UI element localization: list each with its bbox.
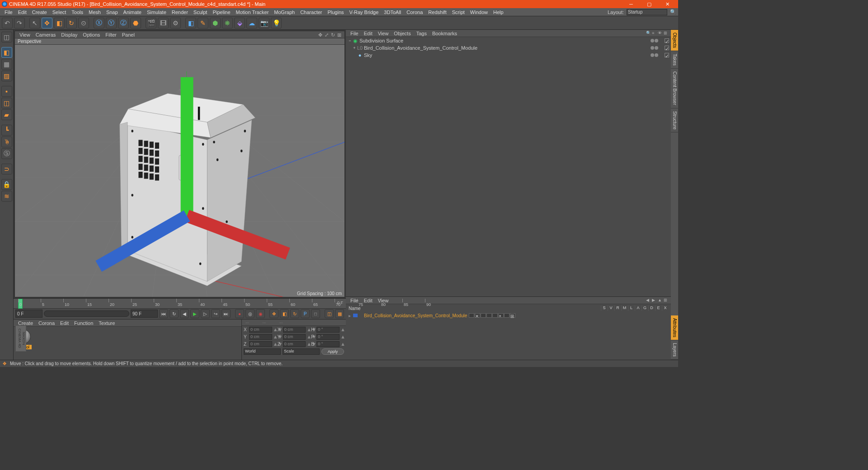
menu-mesh[interactable]: Mesh [86, 9, 104, 15]
attr-column-e[interactable]: E [655, 306, 661, 311]
key-scale-button[interactable]: ◧ [280, 309, 289, 318]
object-tree[interactable]: −◉Subdivision Surface✓+L0Bird_Collision_… [346, 37, 671, 296]
goto-start-button[interactable]: ⏮ [159, 309, 168, 318]
advance-button[interactable]: ↪ [211, 309, 220, 318]
coord-apply-button[interactable]: Apply [321, 348, 344, 355]
viewport-menu-view[interactable]: View [17, 32, 33, 38]
menu-edit[interactable]: Edit [15, 9, 29, 15]
material-menu-texture[interactable]: Texture [96, 320, 118, 326]
material-menu-function[interactable]: Function [71, 320, 96, 326]
menu-simulate[interactable]: Simulate [144, 9, 169, 15]
key-pla-button[interactable]: □ [311, 309, 320, 318]
rot-field[interactable]: 0 ° [316, 341, 340, 347]
render-region[interactable]: 🎞 [158, 18, 169, 28]
menu-redshift[interactable]: Redshift [425, 9, 449, 15]
menu-render[interactable]: Render [169, 9, 191, 15]
render-dot[interactable] [655, 46, 658, 50]
viewport-menu-display[interactable]: Display [58, 32, 80, 38]
render-dot[interactable] [655, 53, 658, 57]
attr-toggle-5[interactable] [492, 313, 498, 318]
obj-menu-tags[interactable]: Tags [414, 31, 429, 36]
om-filter-icon[interactable]: ≡ [652, 31, 657, 36]
attr-column-d[interactable]: D [648, 306, 655, 311]
attr-back-icon[interactable]: ◀ [646, 298, 651, 303]
tab-structure[interactable]: Structure [671, 108, 678, 133]
attr-column-m[interactable]: M [621, 306, 627, 311]
attr-column-r[interactable]: R [614, 306, 621, 311]
light-tool[interactable]: 💡 [271, 18, 282, 28]
menu-tools[interactable]: Tools [69, 9, 86, 15]
model-mode[interactable]: ◧ [1, 47, 12, 58]
move-tool[interactable]: ✥ [42, 18, 52, 28]
rotate-tool[interactable]: ↻ [66, 18, 77, 28]
visibility-dot[interactable] [651, 39, 654, 42]
visibility-dot[interactable] [651, 53, 654, 57]
point-mode[interactable]: ▪ [1, 86, 12, 97]
attr-up-icon[interactable]: ▲ [658, 298, 663, 303]
menu-plugins[interactable]: Plugins [325, 9, 346, 15]
frame-start-field[interactable] [15, 310, 42, 318]
attr-object-link[interactable]: Bird_Collision_Avoidance_System_Control_… [358, 313, 467, 318]
attr-toggle-4[interactable] [486, 313, 492, 318]
viewport-menu-cameras[interactable]: Cameras [33, 32, 59, 38]
close-button[interactable]: ✕ [658, 0, 676, 8]
cube-primitive[interactable]: ◧ [185, 18, 196, 28]
menu-sculpt[interactable]: Sculpt [191, 9, 210, 15]
select-tool[interactable]: ↖ [29, 18, 40, 28]
last-tool[interactable]: ⊙ [78, 18, 89, 28]
timeline-ruler[interactable]: 051015202530354045505560657075808590 0 F [14, 299, 346, 309]
tab-objects[interactable]: Objects [671, 30, 678, 51]
expand-icon[interactable]: − [348, 38, 352, 43]
expand-icon[interactable]: + [352, 46, 357, 50]
material-menu-edit[interactable]: Edit [57, 320, 71, 326]
menu-corona[interactable]: Corona [404, 9, 425, 15]
loop-button[interactable]: ↻ [170, 309, 179, 318]
attr-column-x[interactable]: X [662, 306, 668, 311]
redo-button[interactable]: ↷ [14, 18, 25, 28]
viewport-nav-rotate-icon[interactable]: ↻ [331, 32, 336, 38]
coord-size-mode[interactable]: Scale [283, 348, 320, 355]
attr-column-l[interactable]: L [628, 306, 634, 311]
viewport-nav-move-icon[interactable]: ✥ [318, 32, 324, 38]
menu-motion-tracker[interactable]: Motion Tracker [233, 9, 272, 15]
tab-attributes[interactable]: Attributes [671, 315, 678, 340]
subdiv-surface[interactable]: ⬢ [210, 18, 221, 28]
pos-field[interactable]: 0 cm [249, 327, 272, 333]
size-field[interactable]: 0 cm [283, 341, 306, 347]
attr-column-s[interactable]: S [601, 306, 607, 311]
axis-mode[interactable]: ┗ [1, 125, 12, 136]
menu-3dtoall[interactable]: 3DToAll [381, 9, 404, 15]
attr-column-a[interactable]: A [635, 306, 641, 311]
menu-select[interactable]: Select [50, 9, 69, 15]
x-axis-lock[interactable]: Ⓧ [94, 18, 104, 28]
fcurve-button[interactable]: ◫ [325, 309, 334, 318]
workplane-mode[interactable]: ▨ [1, 70, 12, 81]
tree-row[interactable]: +L0Bird_Collision_Avoidance_System_Contr… [346, 44, 671, 52]
om-layout-icon[interactable]: ⊞ [664, 31, 669, 36]
om-eye-icon[interactable]: 👁 [658, 31, 663, 36]
snap-toggle[interactable]: Ⓢ [1, 148, 12, 159]
magnet-tool[interactable]: ⊃ [1, 164, 12, 174]
play-button[interactable]: ▶ [190, 309, 199, 318]
rot-field[interactable]: 0 ° [316, 327, 340, 333]
viewport-3d[interactable]: Grid Spacing : 100 cm [15, 45, 344, 297]
coord-pos-mode[interactable]: World [244, 348, 281, 355]
attr-toggle-2[interactable]: ✕ [475, 313, 480, 318]
om-search-icon[interactable]: 🔍 [646, 31, 651, 36]
render-view[interactable]: 🎬 [146, 18, 156, 28]
attr-toggle-1[interactable] [469, 313, 474, 318]
attr-toggle-6[interactable]: × [498, 313, 504, 318]
deformers[interactable]: ⬙ [234, 18, 245, 28]
viewport-solo[interactable]: 🖰 [1, 136, 12, 147]
texture-mode[interactable]: ▦ [1, 59, 12, 70]
polygon-mode[interactable]: ▰ [1, 109, 12, 120]
rot-field[interactable]: 0 ° [316, 334, 340, 340]
dope-button[interactable]: ▦ [335, 309, 344, 318]
viewport-menu-options[interactable]: Options [80, 32, 103, 38]
size-field[interactable]: 0 cm [283, 334, 306, 340]
obj-menu-file[interactable]: File [348, 31, 361, 36]
attr-mode-icon[interactable]: ⊞ [664, 298, 669, 303]
enable-checkbox[interactable]: ✓ [665, 53, 669, 57]
next-frame-button[interactable]: ▷ [201, 309, 210, 318]
viewport-nav-zoom-icon[interactable]: ⤢ [325, 32, 330, 38]
